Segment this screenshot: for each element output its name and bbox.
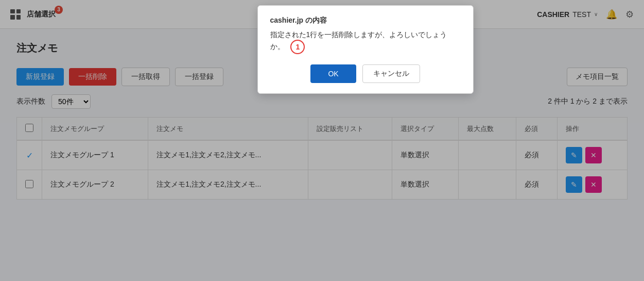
modal-overlay: cashier.jp の内容 指定された1行を一括削除しますが、よろしいでしょう… [0,0,644,212]
modal-dialog: cashier.jp の内容 指定された1行を一括削除しますが、よろしいでしょう… [257,5,474,94]
modal-message: 指定された1行を一括削除しますが、よろしいでしょうか。 1 [270,30,461,54]
modal-cancel-button[interactable]: キャンセル [362,64,420,83]
modal-buttons: OK キャンセル [270,64,461,83]
modal-step-badge: 1 [290,40,305,54]
modal-title: cashier.jp の内容 [270,16,461,25]
modal-ok-button[interactable]: OK [310,64,356,83]
